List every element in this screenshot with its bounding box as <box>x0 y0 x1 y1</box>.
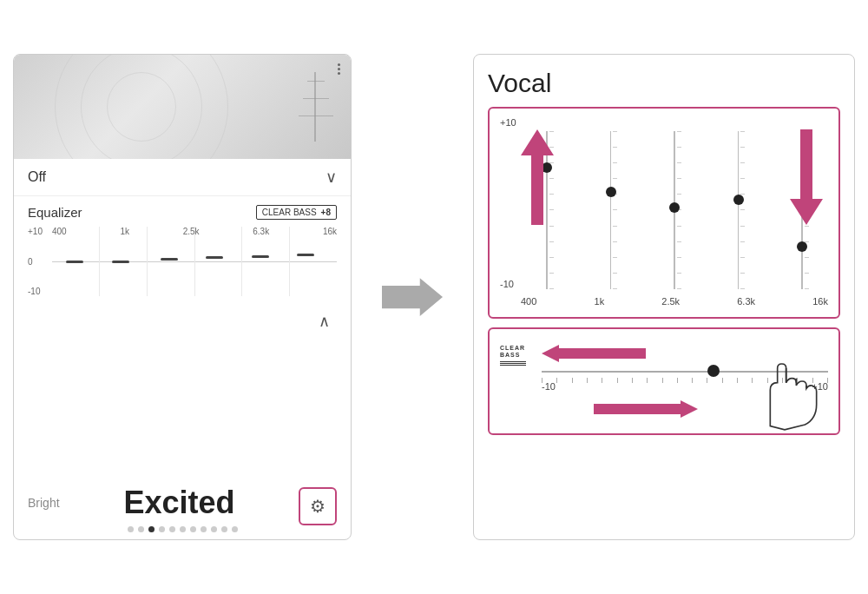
sound-mode-excited: Excited <box>123 485 234 521</box>
eq-label: Equalizer <box>28 205 82 220</box>
dot-2 <box>138 526 144 532</box>
chevron-down-icon[interactable]: ∨ <box>326 168 337 187</box>
clear-bass-text: CLEAR BASS <box>262 208 317 217</box>
dot-5 <box>169 526 175 532</box>
dot-8 <box>201 526 207 532</box>
svg-marker-0 <box>382 278 443 316</box>
left-panel: Off ∨ Equalizer CLEAR BASS +8 +10 0 -10 <box>13 54 352 540</box>
off-label: Off <box>28 169 46 185</box>
slider-track-2[interactable] <box>610 131 612 289</box>
clear-bass-badge: CLEAR BASS +8 <box>256 205 337 220</box>
svg-marker-3 <box>542 345 646 362</box>
eq-panel-x-6k3: 6.3k <box>737 296 755 307</box>
hand-icon <box>733 346 837 433</box>
eq-sliders-area <box>521 131 828 289</box>
sound-mode-row: Bright Excited Mellow <box>28 485 337 521</box>
knob-6k3[interactable] <box>733 195 744 205</box>
arrow-up-icon <box>790 129 823 225</box>
dot-1 <box>128 526 134 532</box>
clear-bass-value: +8 <box>321 208 331 217</box>
three-dots-menu[interactable] <box>338 63 340 75</box>
dot-7 <box>190 526 196 532</box>
cb-arrow-left-icon <box>542 345 646 362</box>
gear-icon: ⚙ <box>310 496 326 517</box>
eq-panel-x-400: 400 <box>521 296 536 307</box>
dot-11 <box>232 526 238 532</box>
menu-dot <box>338 63 340 66</box>
cb-panel-inner: CLEAR BASS <box>500 338 828 425</box>
chevron-up-icon[interactable]: ∧ <box>319 312 330 331</box>
eq-y-labels: +10 0 -10 <box>28 227 43 296</box>
arrow-down-icon <box>521 129 554 225</box>
slider-6k3 <box>713 131 765 289</box>
eq-chart: +10 0 -10 <box>28 227 337 305</box>
slider-1k <box>585 131 637 289</box>
cb-arrow-right-icon <box>594 400 698 418</box>
eq-panel-chart: +10 -10 <box>500 117 828 308</box>
eq-panel: +10 -10 <box>488 107 840 319</box>
eq-top-label: +10 <box>500 117 516 128</box>
eq-y-top: +10 <box>28 227 43 236</box>
arrow-container <box>378 275 447 319</box>
menu-dot <box>338 72 340 75</box>
eq-header: Equalizer CLEAR BASS +8 <box>28 205 337 220</box>
slider-track-4[interactable] <box>738 131 740 289</box>
dot-10 <box>221 526 227 532</box>
dot-4 <box>159 526 165 532</box>
eq-bottom-label: -10 <box>500 279 514 289</box>
knob-1k[interactable] <box>606 187 616 197</box>
off-row: Off ∨ <box>14 159 351 196</box>
eq-controls: ∧ <box>28 308 337 334</box>
eq-y-bot: -10 <box>28 287 43 296</box>
svg-marker-1 <box>521 129 554 225</box>
slider-2k5 <box>648 131 700 289</box>
clear-bass-logo: CLEAR BASS <box>500 345 526 366</box>
vocal-title: Vocal <box>488 69 840 98</box>
svg-marker-2 <box>790 129 823 225</box>
eq-panel-x-2k5: 2.5k <box>661 296 680 307</box>
dot-9 <box>211 526 217 532</box>
dot-6 <box>180 526 186 532</box>
knob-2k5[interactable] <box>669 202 680 213</box>
dots-indicator <box>128 526 238 532</box>
clear-bass-panel: CLEAR BASS <box>488 327 840 435</box>
equalizer-section: Equalizer CLEAR BASS +8 +10 0 -10 <box>14 196 351 478</box>
eq-grid <box>52 227 337 296</box>
knob-16k[interactable] <box>797 241 807 252</box>
top-image <box>14 55 351 159</box>
slider-track-3[interactable] <box>674 131 675 289</box>
main-container: Off ∨ Equalizer CLEAR BASS +8 +10 0 -10 <box>4 10 864 584</box>
svg-marker-4 <box>594 400 698 418</box>
cb-slider-knob[interactable] <box>707 365 720 377</box>
settings-button[interactable]: ⚙ <box>299 487 337 525</box>
forward-arrow <box>382 275 443 319</box>
menu-dot <box>338 68 340 70</box>
eq-panel-x-16k: 16k <box>812 296 828 307</box>
eq-panel-x-labels: 400 1k 2.5k 6.3k 16k <box>521 296 828 307</box>
sound-mode-bright: Bright <box>28 496 60 510</box>
dot-3-active <box>148 526 155 532</box>
eq-y-mid: 0 <box>28 257 43 267</box>
eq-panel-x-1k: 1k <box>595 296 605 307</box>
right-panel: Vocal +10 -10 <box>473 54 855 540</box>
